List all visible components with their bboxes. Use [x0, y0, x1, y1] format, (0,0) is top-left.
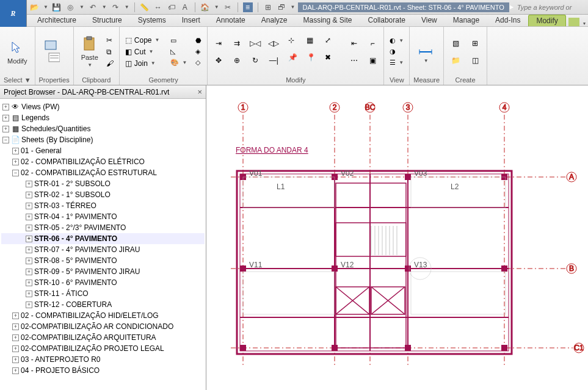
copy-move-button[interactable]: ⊕	[230, 53, 244, 68]
tree-node-sheet[interactable]: +STR-02 - 1° SUBSOLO	[1, 189, 205, 200]
tab-manage[interactable]: Manage	[445, 14, 487, 26]
offset-button[interactable]: ⇉	[230, 36, 244, 51]
tree-node-sheet[interactable]: +STR-11 - ÁTICO	[1, 288, 205, 299]
expander-icon[interactable]: +	[12, 367, 19, 374]
expander-icon[interactable]: +	[12, 356, 19, 363]
tag-icon[interactable]: 🏷	[167, 2, 176, 12]
tree-node-sheet[interactable]: +STR-05 - 2°/3° PAVIMENTO	[1, 222, 205, 233]
tree-node[interactable]: +04 - PROJETO BÁSICO	[1, 365, 205, 376]
trim-button[interactable]: ―|	[266, 53, 281, 68]
sync-icon[interactable]: ◎	[65, 2, 75, 12]
expander-icon[interactable]: +	[2, 115, 9, 121]
tab-addins[interactable]: Add-Ins	[487, 14, 528, 26]
tab-collaborate[interactable]: Collaborate	[360, 14, 413, 26]
expander-icon[interactable]: +	[12, 148, 19, 154]
tree-node[interactable]: +01 - General	[1, 145, 205, 156]
tree-node-sheet[interactable]: +STR-03 - TÉRREO	[1, 200, 205, 211]
join-button[interactable]: ◫Join ▼	[123, 59, 162, 68]
tree-node-schedules[interactable]: +▦Schedules/Quantities	[1, 123, 205, 134]
copy-button[interactable]: ⧉	[104, 47, 115, 57]
tab-systems[interactable]: Systems	[130, 14, 174, 26]
split-face-button[interactable]: ◺	[169, 47, 189, 56]
tree-node-sheet[interactable]: +STR-12 - COBERTURA	[1, 299, 205, 310]
tree-node-sheet[interactable]: +STR-09 - 5° PAVIMENTO JIRAU	[1, 266, 205, 277]
split-gap-button[interactable]: ⋯	[347, 53, 361, 68]
create-similar-button[interactable]: ▧	[448, 36, 463, 51]
expander-icon[interactable]: +	[26, 192, 32, 198]
mirror-draw-button[interactable]: ◁▷	[266, 36, 281, 51]
tree-node-views[interactable]: +👁Views (PW)	[1, 101, 205, 112]
tree-node[interactable]: +02-COMPATIBILIZAÇÃO ARQUITETURA	[1, 332, 205, 343]
delete-button[interactable]: ✖	[325, 53, 339, 68]
tree-node[interactable]: +03 - ANTEPROJETO R0	[1, 354, 205, 365]
group-button[interactable]: ▣	[365, 53, 380, 68]
expander-icon[interactable]: −	[2, 137, 9, 143]
modify-button[interactable]: Modify	[4, 38, 31, 66]
geom2-button[interactable]: ◈	[194, 47, 203, 56]
expander-icon[interactable]: +	[26, 247, 32, 253]
tree-node[interactable]: +02-COMPATIBILIZAÇÃO PROJETO LEGAL	[1, 343, 205, 354]
text-icon[interactable]: A	[180, 2, 190, 12]
expander-icon[interactable]: +	[26, 225, 32, 231]
view-linework-button[interactable]: ☰ ▼	[388, 58, 405, 67]
expander-icon[interactable]: +	[26, 214, 32, 220]
create-group-button[interactable]: ⊞	[467, 36, 483, 51]
expander-icon[interactable]: +	[26, 291, 32, 297]
paste-button[interactable]: Paste ▼	[78, 34, 102, 69]
tab-annotate[interactable]: Annotate	[208, 14, 253, 26]
unpin-button[interactable]: 📍	[307, 53, 321, 68]
close-icon[interactable]: ×	[197, 87, 202, 96]
tree-node-legends[interactable]: +▤Legends	[1, 112, 205, 123]
tree-node-sheet[interactable]: +STR-01 - 2° SUBSOLO	[1, 178, 205, 189]
tree-node-sheet[interactable]: +STR-08 - 5° PAVIMENTO	[1, 255, 205, 266]
measure-icon[interactable]: 📏	[140, 2, 150, 12]
tab-analyze[interactable]: Analyze	[253, 14, 296, 26]
expander-icon[interactable]: +	[26, 203, 32, 209]
expander-icon[interactable]: +	[12, 334, 19, 341]
search-input[interactable]	[517, 4, 584, 11]
expander-icon[interactable]: +	[26, 181, 32, 187]
expander-icon[interactable]: +	[12, 312, 19, 319]
cope-button[interactable]: ⬚Cope ▼	[123, 35, 162, 45]
mirror-axis-button[interactable]: ▷◁	[248, 36, 263, 51]
tab-architecture[interactable]: Architecture	[29, 14, 84, 26]
group-select-label[interactable]: Select ▼	[4, 75, 31, 85]
app-menu-button[interactable]: R	[0, 0, 27, 27]
align-dim-icon[interactable]: ↔	[153, 2, 163, 12]
cut-button[interactable]: ✂	[104, 35, 115, 45]
tree-node-sheets[interactable]: −📄Sheets (By Discipline)	[1, 134, 205, 145]
create-parts-button[interactable]: ◫	[467, 53, 483, 68]
create-assembly-button[interactable]: 📁	[448, 53, 463, 68]
tree-node[interactable]: +02 - COMPATIBILIZAÇÃO HID/ELET/LOG	[1, 310, 205, 321]
redo-icon[interactable]: ↷	[111, 2, 120, 12]
expander-icon[interactable]: +	[12, 345, 19, 352]
expander-icon[interactable]: +	[2, 104, 9, 110]
expander-icon[interactable]: +	[26, 258, 32, 264]
split-button[interactable]: ⊹	[288, 36, 303, 51]
tree-node-sheet[interactable]: +STR-10 - 6° PAVIMENTO	[1, 277, 205, 288]
tree-node-sheet-active[interactable]: +STR-06 - 4° PAVIMENTO	[1, 233, 205, 244]
demolish-button[interactable]: ⬣	[194, 36, 203, 45]
array-button[interactable]: ▦	[307, 36, 321, 51]
expander-icon[interactable]: +	[12, 323, 19, 330]
close-hidden-icon[interactable]: ⊞	[263, 2, 273, 12]
expander-icon[interactable]: +	[26, 280, 32, 286]
drawing-canvas[interactable]: 1 2 BC 3 4 A B C1	[206, 85, 588, 390]
align-button[interactable]: ⇥	[211, 36, 226, 51]
tree-node[interactable]: −02 - COMPATIBILIZAÇÃO ESTRUTURAL	[1, 167, 205, 178]
save-icon[interactable]: 💾	[52, 2, 62, 12]
pin-button[interactable]: 📌	[288, 53, 303, 68]
open-icon[interactable]: 📂	[29, 2, 39, 12]
matchtype-button[interactable]: 🖌	[104, 59, 115, 68]
wall-opening-button[interactable]: ▭	[169, 36, 189, 45]
scale-button[interactable]: ⤢	[325, 36, 339, 51]
undo-icon[interactable]: ↶	[88, 2, 98, 12]
geom3-button[interactable]: ◇	[194, 58, 203, 67]
tree-node-sheet[interactable]: +STR-07 - 4° PAVIMENTO JIRAU	[1, 244, 205, 255]
corner-trim-button[interactable]: ⌐	[365, 36, 380, 51]
expander-icon[interactable]: +	[12, 159, 19, 165]
expander-icon[interactable]: +	[2, 126, 9, 132]
measure-button[interactable]: ▼	[413, 38, 438, 65]
view-override-button[interactable]: ◑	[388, 47, 405, 56]
extend-button[interactable]: ⇤	[347, 36, 361, 51]
